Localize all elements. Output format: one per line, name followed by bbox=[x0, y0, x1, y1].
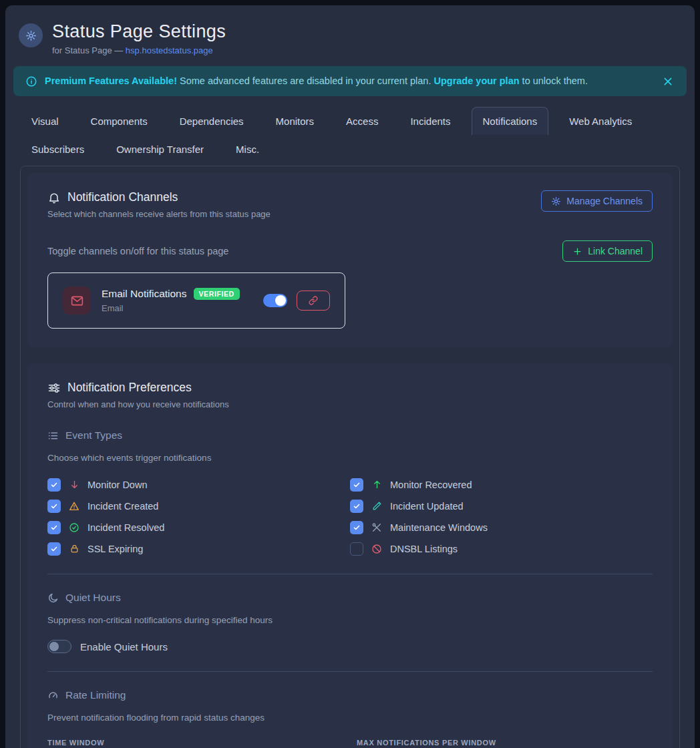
rate-limiting-title-text: Rate Limiting bbox=[65, 689, 126, 701]
tab-incidents[interactable]: Incidents bbox=[399, 107, 462, 135]
checkbox-checked[interactable] bbox=[350, 500, 363, 513]
channels-title-text: Notification Channels bbox=[67, 190, 178, 204]
checkbox-checked[interactable] bbox=[47, 542, 61, 556]
settings-tabs: Visual Components Dependencies Monitors … bbox=[20, 107, 680, 163]
tab-misc[interactable]: Misc. bbox=[224, 135, 271, 163]
banner-suffix: to unlock them. bbox=[520, 75, 588, 86]
preferences-section-title: Notification Preferences bbox=[47, 381, 229, 395]
event-types-grid: Monitor Down Incident Created bbox=[47, 478, 653, 556]
status-page-settings-window: Status Page Settings for Status Page — h… bbox=[5, 5, 695, 748]
toggle-channels-hint: Toggle channels on/off for this status p… bbox=[47, 246, 228, 256]
event-type-label: Incident Updated bbox=[390, 501, 464, 512]
close-icon[interactable] bbox=[661, 75, 675, 88]
tab-row-1: Visual Components Dependencies Monitors … bbox=[20, 107, 680, 135]
rate-limiting-subsection: Rate Limiting Prevent notification flood… bbox=[47, 689, 653, 748]
event-type-label: DNSBL Listings bbox=[390, 544, 458, 554]
tab-web-analytics[interactable]: Web Analytics bbox=[558, 107, 643, 135]
divider bbox=[47, 574, 653, 574]
status-page-link[interactable]: hsp.hostedstatus.page bbox=[126, 45, 213, 55]
event-type-incident-created[interactable]: Incident Created bbox=[47, 499, 350, 513]
link-icon bbox=[309, 296, 318, 305]
event-type-label: Monitor Recovered bbox=[390, 480, 472, 490]
event-types-title-text: Event Types bbox=[65, 429, 122, 441]
tab-visual[interactable]: Visual bbox=[20, 107, 70, 135]
preferences-title-text: Notification Preferences bbox=[67, 381, 192, 395]
checkbox-unchecked[interactable] bbox=[350, 542, 363, 556]
quiet-hours-toggle[interactable] bbox=[47, 640, 71, 653]
info-icon bbox=[25, 75, 37, 87]
time-window-field: TIME WINDOW 15 minutes bbox=[47, 739, 343, 748]
event-type-monitor-down[interactable]: Monitor Down bbox=[47, 478, 350, 492]
tab-monitors[interactable]: Monitors bbox=[265, 107, 326, 135]
tab-components[interactable]: Components bbox=[79, 107, 159, 135]
gauge-icon bbox=[47, 690, 59, 701]
sliders-icon bbox=[47, 381, 61, 395]
event-type-incident-updated[interactable]: Incident Updated bbox=[350, 499, 653, 513]
upgrade-plan-link[interactable]: Upgrade your plan bbox=[433, 75, 519, 86]
banner-text: Some advanced features are disabled in y… bbox=[177, 75, 433, 86]
check-circle-icon bbox=[68, 522, 80, 533]
email-channel-toggle[interactable] bbox=[263, 294, 287, 307]
rate-limiting-title: Rate Limiting bbox=[47, 689, 653, 701]
event-type-label: SSL Expiring bbox=[88, 544, 143, 554]
plus-icon bbox=[572, 246, 582, 256]
moon-icon bbox=[47, 592, 59, 604]
quiet-hours-title-text: Quiet Hours bbox=[65, 592, 121, 604]
event-type-monitor-recovered[interactable]: Monitor Recovered bbox=[350, 478, 653, 492]
checkbox-checked[interactable] bbox=[47, 500, 61, 513]
premium-banner: Premium Features Available! Some advance… bbox=[13, 66, 687, 96]
notification-channels-card: Notification Channels Select which chann… bbox=[27, 173, 673, 347]
tab-ownership-transfer[interactable]: Ownership Transfer bbox=[105, 135, 215, 163]
channel-name: Email Notifications bbox=[102, 288, 187, 300]
link-channel-label: Link Channel bbox=[588, 246, 643, 256]
divider bbox=[47, 671, 653, 672]
tab-access[interactable]: Access bbox=[335, 107, 389, 135]
checkbox-checked[interactable] bbox=[47, 521, 61, 534]
channels-section-subtitle: Select which channels receive alerts fro… bbox=[47, 209, 271, 219]
unlink-channel-button[interactable] bbox=[297, 291, 330, 311]
event-type-label: Incident Resolved bbox=[88, 522, 164, 533]
gear-icon bbox=[25, 30, 37, 41]
checkbox-checked[interactable] bbox=[47, 478, 61, 492]
page-subtitle: for Status Page — hsp.hostedstatus.page bbox=[52, 45, 226, 55]
quiet-hours-subtitle: Suppress non-critical notifications duri… bbox=[47, 615, 653, 625]
lock-icon bbox=[68, 544, 80, 554]
banner-message: Premium Features Available! Some advance… bbox=[45, 74, 654, 88]
tab-row-2: Subscribers Ownership Transfer Misc. bbox=[20, 135, 680, 163]
email-icon bbox=[63, 287, 91, 315]
verified-badge: VERIFIED bbox=[194, 288, 240, 300]
event-type-ssl-expiring[interactable]: SSL Expiring bbox=[47, 542, 350, 556]
email-channel-card: Email Notifications VERIFIED Email bbox=[47, 272, 345, 329]
notifications-tab-content: Notification Channels Select which chann… bbox=[20, 166, 680, 748]
arrow-up-icon bbox=[371, 480, 383, 490]
link-channel-button[interactable]: Link Channel bbox=[562, 240, 653, 262]
event-type-dnsbl-listings[interactable]: DNSBL Listings bbox=[350, 542, 653, 556]
manage-channels-label: Manage Channels bbox=[566, 196, 643, 206]
warning-icon bbox=[68, 501, 80, 512]
event-type-incident-resolved[interactable]: Incident Resolved bbox=[47, 520, 350, 534]
quiet-hours-subsection: Quiet Hours Suppress non-critical notifi… bbox=[47, 592, 653, 653]
event-type-maintenance-windows[interactable]: Maintenance Windows bbox=[350, 520, 653, 534]
manage-channels-button[interactable]: Manage Channels bbox=[541, 190, 653, 212]
event-type-label: Maintenance Windows bbox=[390, 522, 488, 533]
subtitle-prefix: for Status Page — bbox=[52, 45, 126, 55]
event-types-subsection: Event Types Choose which events trigger … bbox=[47, 429, 653, 556]
pencil-icon bbox=[371, 501, 383, 511]
tools-icon bbox=[371, 522, 383, 533]
quiet-hours-toggle-label: Enable Quiet Hours bbox=[80, 641, 168, 652]
event-type-label: Monitor Down bbox=[88, 480, 147, 490]
tab-dependencies[interactable]: Dependencies bbox=[168, 107, 255, 135]
page-header: Status Page Settings for Status Page — h… bbox=[5, 5, 695, 55]
checkbox-checked[interactable] bbox=[350, 478, 363, 492]
bell-icon bbox=[47, 191, 61, 204]
arrow-down-icon bbox=[68, 480, 80, 490]
channel-type: Email bbox=[102, 303, 240, 313]
checkbox-checked[interactable] bbox=[350, 521, 363, 534]
preferences-section-subtitle: Control when and how you receive notific… bbox=[47, 399, 229, 409]
tab-notifications[interactable]: Notifications bbox=[472, 107, 549, 135]
event-types-title: Event Types bbox=[47, 429, 653, 441]
tab-subscribers[interactable]: Subscribers bbox=[20, 135, 96, 163]
gear-icon bbox=[551, 196, 561, 206]
notification-preferences-card: Notification Preferences Control when an… bbox=[27, 363, 673, 748]
quiet-hours-title: Quiet Hours bbox=[47, 592, 653, 604]
